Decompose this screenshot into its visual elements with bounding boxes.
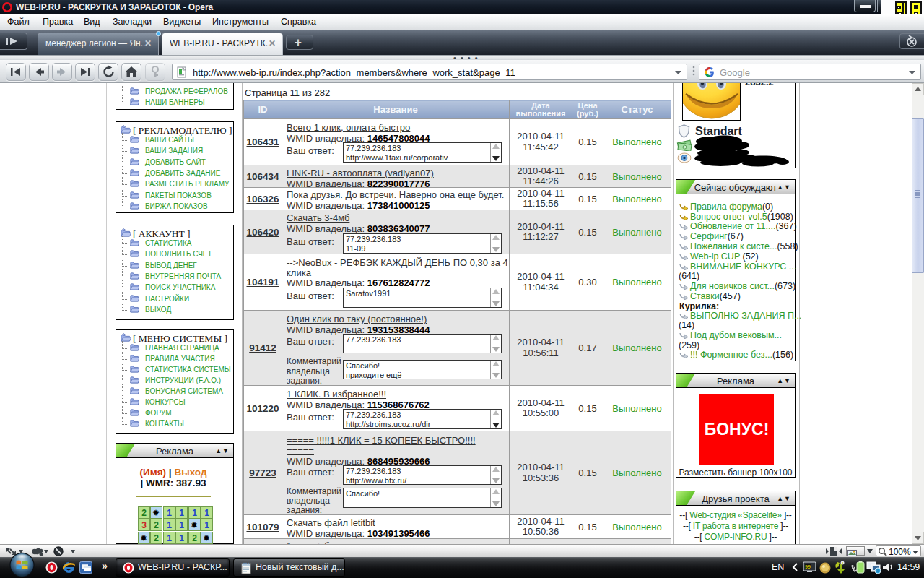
svg-text:99: 99 [805, 564, 811, 569]
